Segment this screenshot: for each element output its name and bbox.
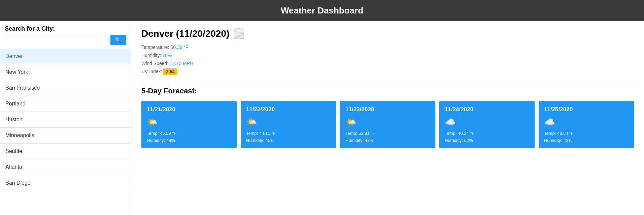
city-list-item-denver[interactable]: Denver xyxy=(0,49,131,64)
city-list-item-sandiego[interactable]: San Diego xyxy=(0,175,131,191)
current-weather-icon: 🌫️ xyxy=(233,28,245,39)
forecast-icon-1: 🌤️ xyxy=(147,117,231,127)
city-list-item-portland[interactable]: Portland xyxy=(0,96,131,112)
search-row: 🔍 xyxy=(5,35,126,45)
forecast-icon-2: 🌤️ xyxy=(246,117,331,127)
forecast-humidity-3: Humidity: 43% xyxy=(345,138,430,143)
wind-speed-value: 12.75 MPH xyxy=(170,61,193,66)
humidity-value: 18% xyxy=(162,53,172,58)
forecast-card-4: 11/24/2020 ☁️ Temp: 40.24 °F Humidity: 6… xyxy=(439,101,535,148)
search-button[interactable]: 🔍 xyxy=(110,35,126,45)
forecast-humidity-5: Humidity: 42% xyxy=(544,138,629,143)
main-content: Denver (11/20/2020) 🌫️ Temperature: 50.3… xyxy=(131,21,644,215)
forecast-date-1: 11/21/2020 xyxy=(147,106,231,113)
forecast-icon-5: ☁️ xyxy=(544,117,629,127)
forecast-date-3: 11/23/2020 xyxy=(345,106,430,113)
forecast-card-3: 11/23/2020 🌤️ Temp: 52.81 °F Humidity: 4… xyxy=(340,101,435,148)
temperature-value: 50.36 °F xyxy=(170,44,188,50)
app-header: Weather Dashboard xyxy=(0,0,644,21)
forecast-temp-3: Temp: 52.81 °F xyxy=(345,131,430,136)
sidebar: Search for a City: 🔍 Denver New York San… xyxy=(0,21,131,215)
wind-speed-row: Wind Speed: 12.75 MPH xyxy=(141,61,634,66)
city-list: Denver New York San Fransisco Portland H… xyxy=(0,49,131,215)
forecast-temp-5: Temp: 48.54 °F xyxy=(544,131,629,136)
forecast-title: 5-Day Forecast: xyxy=(141,87,634,95)
forecast-humidity-2: Humidity: 45% xyxy=(246,138,331,143)
forecast-card-5: 11/25/2020 ☁️ Temp: 48.54 °F Humidity: 4… xyxy=(539,101,634,148)
city-list-item-newyork[interactable]: New York xyxy=(0,64,131,80)
uv-index-label: UV Index: xyxy=(141,69,162,74)
search-label: Search for a City: xyxy=(5,25,126,32)
divider xyxy=(141,81,634,81)
humidity-row: Humidity: 18% xyxy=(141,53,634,58)
city-title-text: Denver (11/20/2020) xyxy=(141,28,230,39)
uv-index-badge: 2.54 xyxy=(163,68,177,75)
temperature-label: Temperature: xyxy=(141,44,169,50)
forecast-date-5: 11/25/2020 xyxy=(544,106,629,113)
forecast-cards: 11/21/2020 🌤️ Temp: 45.59 °F Humidity: 4… xyxy=(141,101,634,148)
search-input[interactable] xyxy=(5,35,108,45)
forecast-temp-1: Temp: 45.59 °F xyxy=(147,131,231,136)
forecast-temp-4: Temp: 40.24 °F xyxy=(445,131,529,136)
forecast-card-1: 11/21/2020 🌤️ Temp: 45.59 °F Humidity: 4… xyxy=(141,101,237,148)
wind-speed-label: Wind Speed: xyxy=(141,61,168,66)
city-list-item-seattle[interactable]: Seattle xyxy=(0,144,131,159)
main-layout: Search for a City: 🔍 Denver New York San… xyxy=(0,21,644,215)
uv-index-row: UV Index: 2.54 xyxy=(141,69,634,74)
forecast-temp-2: Temp: 44.11 °F xyxy=(246,131,331,136)
forecast-icon-4: ☁️ xyxy=(445,117,529,127)
city-list-item-atlanta[interactable]: Atlanta xyxy=(0,159,131,175)
search-icon: 🔍 xyxy=(115,37,122,43)
forecast-icon-3: 🌤️ xyxy=(345,117,430,127)
forecast-humidity-4: Humidity: 62% xyxy=(445,138,529,143)
city-list-item-sanfransisco[interactable]: San Fransisco xyxy=(0,80,131,96)
forecast-date-2: 11/22/2020 xyxy=(246,106,331,113)
search-section: Search for a City: 🔍 xyxy=(0,21,131,49)
city-list-item-huston[interactable]: Huston xyxy=(0,112,131,128)
forecast-card-2: 11/22/2020 🌤️ Temp: 44.11 °F Humidity: 4… xyxy=(241,101,336,148)
weather-details: Temperature: 50.36 °F Humidity: 18% Wind… xyxy=(141,44,634,74)
forecast-date-4: 11/24/2020 xyxy=(445,106,529,113)
city-title: Denver (11/20/2020) 🌫️ xyxy=(141,28,634,39)
temperature-row: Temperature: 50.36 °F xyxy=(141,44,634,50)
forecast-humidity-1: Humidity: 49% xyxy=(147,138,231,143)
app-title: Weather Dashboard xyxy=(281,5,363,16)
city-list-item-minneapolis[interactable]: Minneapolis xyxy=(0,128,131,144)
humidity-label: Humidity: xyxy=(141,53,161,58)
